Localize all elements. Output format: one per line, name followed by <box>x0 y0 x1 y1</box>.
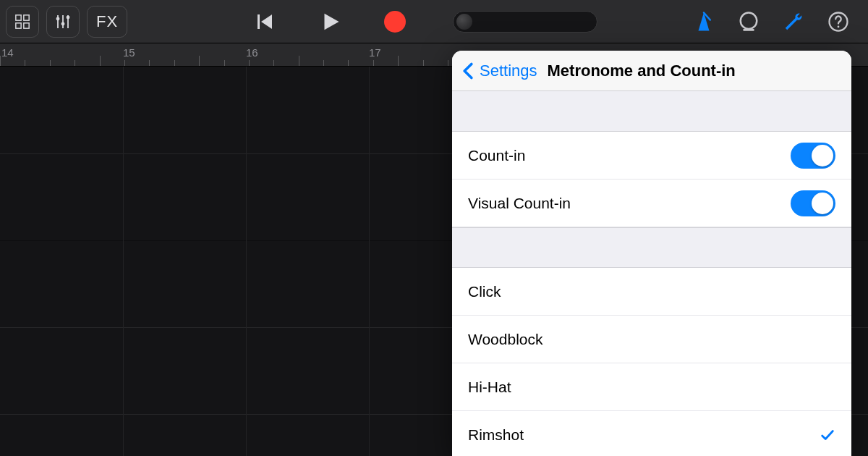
row-label: Count-in <box>468 147 791 164</box>
sound-option-woodblock[interactable]: Woodblock <box>452 316 851 363</box>
loop-button[interactable] <box>738 11 760 33</box>
wrench-icon <box>783 11 804 33</box>
record-button[interactable] <box>373 6 417 38</box>
svg-point-15 <box>741 12 757 29</box>
loop-icon <box>738 11 760 33</box>
popover-header: Settings Metronome and Count-in <box>452 51 851 91</box>
skip-back-icon <box>254 11 276 33</box>
svg-rect-2 <box>16 22 21 28</box>
play-button[interactable] <box>308 6 352 38</box>
svg-marker-12 <box>325 13 339 30</box>
grid-icon <box>14 14 30 30</box>
visual-count-in-toggle[interactable] <box>791 190 835 216</box>
grid-view-button[interactable] <box>6 6 39 38</box>
lcd-knob-icon <box>456 14 472 30</box>
sound-option-click[interactable]: Click <box>452 268 851 316</box>
row-label: Click <box>468 283 835 300</box>
metronome-button[interactable] <box>693 11 715 33</box>
section-separator <box>452 227 851 268</box>
mixer-button[interactable] <box>46 6 80 38</box>
back-button[interactable]: Settings <box>480 62 537 80</box>
svg-point-7 <box>61 22 65 25</box>
svg-rect-10 <box>258 14 260 29</box>
settings-button[interactable] <box>783 11 804 33</box>
svg-point-9 <box>67 15 70 19</box>
section-separator <box>452 91 851 132</box>
count-in-row[interactable]: Count-in <box>452 132 851 180</box>
checkmark-icon <box>820 427 835 443</box>
svg-marker-13 <box>699 12 710 30</box>
fx-button[interactable]: FX <box>87 6 127 38</box>
top-toolbar: FX <box>0 0 868 43</box>
help-button[interactable] <box>827 11 849 33</box>
visual-count-in-row[interactable]: Visual Count-in <box>452 180 851 227</box>
record-icon <box>384 11 406 33</box>
row-label: Rimshot <box>468 426 820 444</box>
row-label: Hi-Hat <box>468 379 835 396</box>
help-icon <box>827 11 849 33</box>
svg-rect-0 <box>16 14 21 20</box>
popover-title: Metronome and Count-in <box>548 62 736 80</box>
row-label: Woodblock <box>468 331 835 348</box>
count-in-toggle[interactable] <box>791 143 835 169</box>
svg-point-5 <box>56 17 60 20</box>
svg-rect-1 <box>24 14 29 20</box>
svg-rect-16 <box>744 29 754 31</box>
row-label: Visual Count-in <box>468 195 791 212</box>
lcd-display[interactable] <box>453 11 597 33</box>
sliders-icon <box>54 13 72 30</box>
svg-rect-3 <box>24 22 29 28</box>
sound-option-rimshot[interactable]: Rimshot <box>452 411 851 456</box>
settings-popover: Settings Metronome and Count-in Count-in… <box>452 51 851 456</box>
svg-marker-11 <box>261 14 272 29</box>
metronome-icon <box>693 11 715 33</box>
play-icon <box>319 11 341 33</box>
svg-point-18 <box>838 25 840 28</box>
sound-option-hihat[interactable]: Hi-Hat <box>452 363 851 411</box>
chevron-left-icon[interactable] <box>462 62 474 80</box>
go-to-start-button[interactable] <box>243 6 286 38</box>
